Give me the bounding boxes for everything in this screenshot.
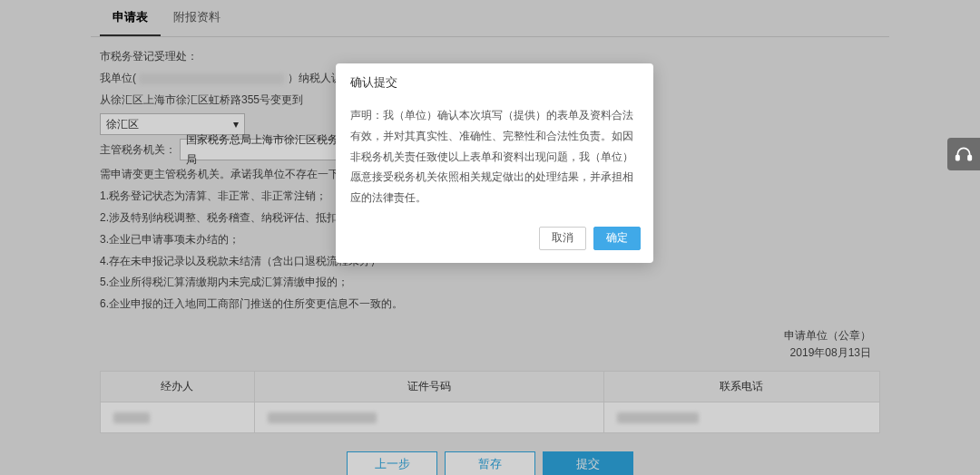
modal-body-text: 声明：我（单位）确认本次填写（提供）的表单及资料合法有效，并对其真实性、准确性、…: [336, 98, 653, 219]
headset-icon: [955, 145, 973, 163]
modal-title: 确认提交: [336, 63, 653, 98]
confirm-submit-modal: 确认提交 声明：我（单位）确认本次填写（提供）的表单及资料合法有效，并对其真实性…: [336, 63, 653, 263]
svg-rect-0: [956, 156, 959, 160]
customer-service-button[interactable]: [947, 138, 980, 170]
svg-rect-1: [968, 156, 971, 160]
cancel-button[interactable]: 取消: [539, 227, 586, 250]
confirm-button[interactable]: 确定: [593, 227, 641, 250]
